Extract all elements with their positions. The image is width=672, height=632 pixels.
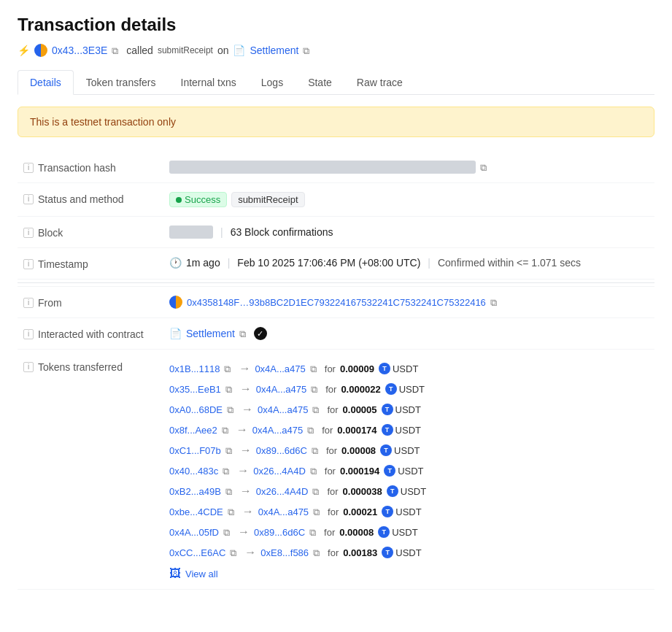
- tab-logs[interactable]: Logs: [249, 70, 296, 94]
- token-to-0[interactable]: 0x4A...a475: [255, 363, 305, 374]
- token-to-8[interactable]: 0x89...6d6C: [254, 527, 305, 538]
- token-from-6[interactable]: 0xB2...a49B: [169, 486, 221, 497]
- copy-token-to-4[interactable]: ⧉: [312, 445, 322, 455]
- token-to-4[interactable]: 0x89...6d6C: [256, 445, 307, 456]
- from-row: i From 0x4358148F…93b8BC2D1EC79322416753…: [18, 287, 654, 318]
- hash-info-icon[interactable]: i: [23, 163, 34, 173]
- token-to-6[interactable]: 0x26...4A4D: [256, 486, 309, 497]
- token-from-7[interactable]: 0xbe...4CDE: [169, 506, 223, 517]
- token-badge-2: T USDT: [382, 404, 421, 415]
- copy-caller[interactable]: ⧉: [112, 45, 122, 55]
- caller-address[interactable]: 0x43...3E3E: [52, 45, 107, 56]
- copy-token-from-1[interactable]: ⧉: [225, 384, 236, 394]
- token-name-4: USDT: [394, 445, 420, 456]
- token-from-8[interactable]: 0x4A...05fD: [169, 527, 219, 538]
- view-all-link[interactable]: 🖼 View all: [169, 567, 649, 580]
- copy-token-from-5[interactable]: ⧉: [223, 466, 233, 476]
- token-transfer-row-5: 0x40...483c ⧉ → 0x26...4A4D ⧉ for 0.0001…: [169, 460, 649, 481]
- copy-token-from-4[interactable]: ⧉: [225, 445, 236, 455]
- settlement-link[interactable]: Settlement: [186, 328, 235, 339]
- token-name-0: USDT: [393, 363, 418, 374]
- token-from-1[interactable]: 0x35...EeB1: [169, 384, 221, 395]
- copy-token-from-9[interactable]: ⧉: [230, 547, 240, 558]
- preposition-label: on: [217, 45, 229, 56]
- timestamp-full: Feb 10 2025 17:06:46 PM (+08:00 UTC): [237, 257, 420, 269]
- token-amount-0: 0.00009: [340, 363, 374, 374]
- method-badge: submitReceipt: [231, 192, 304, 207]
- copy-token-to-5[interactable]: ⧉: [310, 466, 320, 476]
- status-info-icon[interactable]: i: [23, 194, 34, 204]
- contract-file-icon: 📄: [233, 45, 245, 56]
- arrow-6: →: [240, 485, 252, 498]
- token-to-9[interactable]: 0xE8...f586: [260, 547, 309, 558]
- copy-token-to-8[interactable]: ⧉: [309, 527, 320, 537]
- token-from-2[interactable]: 0xA0...68DE: [169, 404, 223, 415]
- token-amount-9: 0.00183: [343, 547, 377, 558]
- token-icon-2: T: [382, 404, 393, 415]
- tab-token-transfers[interactable]: Token transfers: [74, 70, 169, 94]
- token-from-9[interactable]: 0xCC...E6AC: [169, 547, 225, 558]
- tab-raw-trace[interactable]: Raw trace: [344, 70, 415, 94]
- divider-row: [18, 280, 654, 287]
- arrow-7: →: [242, 505, 254, 518]
- tokens-info-icon[interactable]: i: [23, 362, 34, 372]
- tabs-container: Details Token transfers Internal txns Lo…: [18, 70, 654, 95]
- status-row: i Status and method Success submitReceip…: [18, 183, 654, 217]
- token-to-2[interactable]: 0x4A...a475: [258, 404, 308, 415]
- token-icon-7: T: [382, 506, 393, 517]
- token-from-0[interactable]: 0x1B...1118: [169, 363, 220, 374]
- copy-settlement[interactable]: ⧉: [239, 328, 250, 339]
- transaction-hash-row: i Transaction hash ⧉: [18, 152, 654, 183]
- transaction-hash-label: Transaction hash: [38, 162, 116, 174]
- arrow-0: →: [239, 362, 250, 375]
- timestamp-relative: 1m ago: [186, 257, 220, 269]
- copy-token-to-0[interactable]: ⧉: [310, 363, 320, 374]
- token-from-3[interactable]: 0x8f...Aee2: [169, 425, 217, 436]
- copy-token-from-2[interactable]: ⧉: [227, 404, 237, 415]
- token-from-4[interactable]: 0xC1...F07b: [169, 445, 221, 456]
- block-row: i Block | 63 Block confirmations: [18, 217, 654, 248]
- copy-token-to-7[interactable]: ⧉: [313, 506, 323, 517]
- copy-contract[interactable]: ⧉: [303, 45, 313, 55]
- timestamp-info-icon[interactable]: i: [23, 259, 34, 269]
- interacted-row: i Interacted with contract 📄 Settlement …: [18, 318, 654, 350]
- settlement-file-icon: 📄: [169, 328, 182, 339]
- token-badge-7: T USDT: [382, 506, 421, 517]
- from-info-icon[interactable]: i: [23, 298, 34, 308]
- copy-from[interactable]: ⧉: [490, 297, 501, 307]
- contract-name-link[interactable]: Settlement: [250, 45, 298, 56]
- arrow-3: →: [236, 423, 248, 436]
- token-to-1[interactable]: 0x4A...a475: [256, 384, 306, 395]
- copy-token-to-6[interactable]: ⧉: [312, 486, 323, 496]
- copy-token-from-7[interactable]: ⧉: [228, 506, 238, 517]
- token-amount-4: 0.00008: [341, 445, 376, 456]
- copy-hash[interactable]: ⧉: [480, 162, 490, 172]
- token-badge-1: T USDT: [385, 383, 425, 395]
- token-to-7[interactable]: 0x4A...a475: [258, 506, 309, 517]
- copy-token-from-0[interactable]: ⧉: [224, 363, 234, 374]
- copy-token-from-6[interactable]: ⧉: [225, 486, 236, 496]
- flash-icon: ⚡: [18, 45, 30, 56]
- copy-token-to-2[interactable]: ⧉: [312, 404, 323, 415]
- token-to-5[interactable]: 0x26...4A4D: [253, 466, 306, 477]
- interacted-info-icon[interactable]: i: [23, 329, 34, 339]
- tab-state[interactable]: State: [296, 70, 344, 94]
- token-from-5[interactable]: 0x40...483c: [169, 466, 218, 477]
- token-name-2: USDT: [395, 404, 421, 415]
- copy-token-from-8[interactable]: ⧉: [223, 527, 233, 537]
- block-confirmations: 63 Block confirmations: [231, 226, 333, 238]
- copy-token-to-1[interactable]: ⧉: [311, 384, 321, 394]
- from-label: From: [38, 297, 62, 309]
- token-icon-1: T: [385, 383, 397, 395]
- testnet-message: This is a testnet transaction only: [30, 116, 176, 128]
- copy-token-to-9[interactable]: ⧉: [313, 547, 323, 558]
- block-info-icon[interactable]: i: [23, 228, 34, 238]
- copy-token-to-3[interactable]: ⧉: [307, 425, 317, 435]
- token-amount-6: 0.000038: [343, 486, 382, 497]
- copy-token-from-3[interactable]: ⧉: [222, 425, 232, 435]
- tab-internal-txns[interactable]: Internal txns: [169, 70, 249, 94]
- tab-details[interactable]: Details: [18, 70, 74, 95]
- token-to-3[interactable]: 0x4A...a475: [252, 425, 303, 436]
- arrow-2: →: [242, 403, 253, 416]
- from-address[interactable]: 0x4358148F…93b8BC2D1EC793224167532241C75…: [187, 297, 486, 308]
